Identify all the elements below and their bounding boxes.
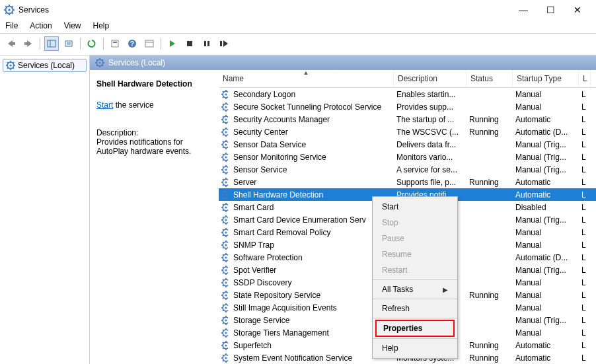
- gear-icon: [219, 328, 231, 338]
- minimize-button[interactable]: —: [519, 5, 528, 15]
- cell-startup: Automatic: [513, 341, 579, 350]
- ctx-sep: [373, 299, 457, 299]
- context-menu: Start Stop Pause Resume Restart All Task…: [372, 196, 458, 359]
- ctx-refresh[interactable]: Refresh: [373, 301, 457, 316]
- cell-description: The startup of ...: [394, 115, 466, 124]
- gear-icon: [219, 153, 231, 162]
- colhead-status[interactable]: Status: [466, 70, 513, 87]
- cell-logon: L: [579, 253, 591, 262]
- table-row[interactable]: Sensor Monitoring ServiceMonitors vario.…: [219, 151, 596, 163]
- cell-startup: Manual (Trig...: [513, 165, 579, 174]
- ctx-help[interactable]: Help: [373, 340, 457, 356]
- refresh-button[interactable]: [85, 36, 99, 51]
- help-button[interactable]: ?: [125, 36, 139, 51]
- cell-description: A service for se...: [394, 165, 466, 174]
- window-title: Services: [19, 5, 519, 15]
- tree-item-label: Services (Local): [18, 61, 75, 70]
- table-row[interactable]: Security Accounts ManagerThe startup of …: [219, 113, 596, 126]
- cell-name: Spot Verifier: [231, 266, 394, 275]
- gear-icon: [219, 178, 231, 187]
- show-detail-button[interactable]: [142, 36, 157, 51]
- cell-status: Running: [466, 115, 513, 124]
- table-row[interactable]: Sensor Data ServiceDelivers data fr...Ma…: [219, 138, 596, 151]
- cell-logon: L: [579, 153, 591, 162]
- cell-name: SSDP Discovery: [231, 278, 394, 287]
- cell-name: Smart Card Removal Policy: [231, 228, 394, 237]
- table-row[interactable]: Secondary LogonEnables startin...ManualL: [219, 88, 596, 100]
- tree-item-services-local[interactable]: Services (Local): [3, 59, 87, 72]
- start-service-button[interactable]: [165, 36, 180, 51]
- cell-logon: L: [579, 203, 591, 212]
- cell-startup: Manual: [513, 291, 579, 300]
- svg-rect-23: [187, 41, 192, 46]
- cell-logon: L: [579, 353, 591, 363]
- cell-startup: Manual (Trig...: [513, 266, 579, 275]
- ctx-properties[interactable]: Properties: [375, 320, 455, 337]
- pause-service-button[interactable]: [200, 36, 214, 51]
- cell-startup: Manual: [513, 240, 579, 250]
- menu-bar: File Action View Help: [0, 20, 596, 34]
- title-bar: Services — ☐ ✕: [0, 0, 596, 20]
- ctx-sep: [373, 318, 457, 318]
- column-headers: ▲Name Description Status Startup Type L: [219, 70, 596, 88]
- start-service-suffix: the service: [113, 100, 153, 110]
- menu-file[interactable]: File: [5, 21, 18, 30]
- colhead-description[interactable]: Description: [394, 70, 466, 87]
- maximize-button[interactable]: ☐: [546, 5, 555, 15]
- colhead-logon[interactable]: L: [579, 70, 591, 87]
- ctx-resume: Resume: [373, 246, 457, 262]
- gear-icon: [219, 115, 231, 124]
- table-row[interactable]: ServerSupports file, p...RunningAutomati…: [219, 176, 596, 188]
- description-text: Provides notifications for AutoPlay hard…: [96, 137, 212, 156]
- cell-logon: L: [579, 190, 591, 200]
- export-list-button[interactable]: [61, 36, 76, 51]
- forward-button[interactable]: [21, 36, 36, 51]
- close-button[interactable]: ✕: [574, 5, 581, 15]
- properties-button[interactable]: [108, 36, 122, 51]
- table-row[interactable]: Sensor ServiceA service for se...Manual …: [219, 163, 596, 176]
- cell-name: Software Protection: [231, 253, 394, 262]
- svg-rect-21: [145, 40, 153, 47]
- cell-status: Running: [466, 178, 513, 187]
- cell-name: Security Accounts Manager: [231, 115, 394, 124]
- svg-text:?: ?: [130, 40, 134, 48]
- cell-startup: Automatic: [513, 115, 579, 124]
- stop-service-button[interactable]: [182, 36, 197, 51]
- ctx-all-tasks[interactable]: All Tasks▶: [373, 281, 457, 297]
- cell-startup: Manual: [513, 278, 579, 287]
- selected-service-name: Shell Hardware Detection: [96, 79, 212, 89]
- cell-logon: L: [579, 303, 591, 312]
- start-service-link[interactable]: Start: [96, 100, 113, 110]
- cell-startup: Disabled: [513, 203, 579, 212]
- menu-action[interactable]: Action: [30, 21, 52, 30]
- cell-startup: Manual: [513, 102, 579, 112]
- gear-icon: [219, 140, 231, 149]
- back-button[interactable]: [4, 36, 19, 51]
- cell-logon: L: [579, 178, 591, 187]
- restart-service-button[interactable]: [217, 36, 231, 51]
- cell-logon: L: [579, 278, 591, 287]
- cell-logon: L: [579, 127, 591, 137]
- colhead-startup[interactable]: Startup Type: [513, 70, 579, 87]
- gear-icon: [95, 58, 104, 67]
- cell-startup: Manual (Trig...: [513, 215, 579, 225]
- cell-startup: Automatic: [513, 190, 579, 200]
- menu-view[interactable]: View: [64, 21, 81, 30]
- cell-name: Storage Tiers Management: [231, 328, 394, 338]
- tree-pane: Services (Local): [0, 55, 90, 364]
- ctx-start[interactable]: Start: [373, 199, 457, 215]
- cell-logon: L: [579, 102, 591, 112]
- submenu-arrow-icon: ▶: [443, 286, 448, 293]
- cell-description: Provides supp...: [394, 102, 466, 112]
- table-row[interactable]: Security CenterThe WSCSVC (...RunningAut…: [219, 126, 596, 138]
- ctx-stop: Stop: [373, 215, 457, 231]
- svg-rect-12: [48, 40, 56, 47]
- colhead-name[interactable]: ▲Name: [219, 70, 394, 87]
- table-row[interactable]: Secure Socket Tunneling Protocol Service…: [219, 100, 596, 113]
- cell-logon: L: [579, 291, 591, 300]
- cell-startup: Manual: [513, 328, 579, 338]
- menu-help[interactable]: Help: [93, 21, 110, 30]
- gear-icon: [219, 291, 231, 300]
- app-gear-icon: [4, 5, 15, 15]
- show-hide-tree-button[interactable]: [44, 36, 59, 51]
